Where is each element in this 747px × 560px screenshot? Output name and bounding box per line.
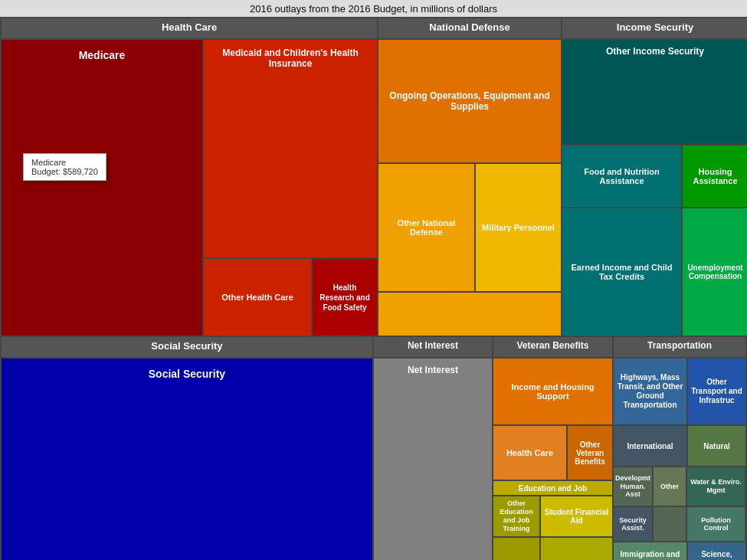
trans-row4: Immigration and Science, bbox=[614, 542, 745, 560]
health-research-label: Health Research and Food Safety bbox=[315, 283, 375, 313]
funds-cell[interactable]: Funds for bbox=[493, 538, 539, 560]
ni-body[interactable]: Net Interest bbox=[374, 359, 492, 560]
highways-cell[interactable]: Highways, Mass Transit, and Other Ground… bbox=[614, 359, 686, 424]
is-row2: Food and Nutrition Assistance Housing As… bbox=[562, 146, 747, 207]
ni-section: Net Interest Net Interest bbox=[374, 337, 492, 560]
water-env-cell[interactable]: Water & Enviro. Mgmt bbox=[687, 467, 745, 506]
national-defense-section: National Defense Ongoing Operations, Equ… bbox=[378, 18, 561, 336]
vb-row2: Health Care Other Veteran Benefits bbox=[493, 426, 612, 480]
is-body: Other Income Security Food and Nutrition… bbox=[562, 40, 747, 336]
chart-wrapper: 2016 outlays from the 2016 Budget, in mi… bbox=[0, 0, 747, 560]
other-trans-label: Other Transport and Infrastruc bbox=[690, 378, 743, 405]
edu-job-row: Education and Job bbox=[493, 481, 612, 495]
trans-row3b: Security Assist. Pollution Control bbox=[614, 507, 745, 541]
empty-cell bbox=[654, 507, 686, 541]
edu-sub-row: Other Education and Job Training Student… bbox=[493, 496, 612, 536]
security-assist-label: Security Assist. bbox=[615, 516, 650, 532]
highways-label: Highways, Mass Transit, and Other Ground… bbox=[616, 373, 684, 410]
other-vet-cell[interactable]: Other Veteran Benefits bbox=[568, 426, 612, 480]
trans-section: Transportation Highways, Mass Transit, a… bbox=[614, 337, 745, 560]
vb-healthcare-cell[interactable]: Health Care bbox=[493, 426, 566, 480]
medicare-tooltip: Medicare Budget: $589,720 bbox=[23, 153, 106, 181]
other-hc-cell[interactable]: Other Health Care bbox=[204, 259, 311, 336]
vb-section: Veteran Benefits Income and Housing Supp… bbox=[493, 337, 612, 560]
water-env-label: Water & Enviro. Mgmt bbox=[689, 478, 743, 495]
is-row3: Earned Income and Child Tax Credits Unem… bbox=[562, 208, 747, 336]
trans-body: Highways, Mass Transit, and Other Ground… bbox=[614, 359, 745, 560]
income-security-header: Income Security bbox=[562, 18, 747, 38]
vb-body: Income and Housing Support Health Care O… bbox=[493, 359, 612, 560]
ss-section: Social Security Social Security bbox=[2, 337, 372, 560]
earned-income-cell[interactable]: Earned Income and Child Tax Credits bbox=[562, 208, 681, 336]
other-nd-label: Other National Defense bbox=[382, 218, 471, 237]
ss-label: Social Security bbox=[149, 368, 225, 380]
other-small-cell[interactable]: Other bbox=[654, 467, 686, 506]
health-care-body: Medicare Medicare Budget: $589,720 Medic… bbox=[2, 40, 377, 336]
hc-bottom: Other Health Care Health Research and Fo… bbox=[204, 259, 377, 336]
medicaid-label: Medicaid and Children's Health Insurance bbox=[204, 47, 377, 69]
student-aid-cell[interactable]: Student Financial Aid bbox=[541, 496, 612, 536]
medicare-label: Medicare bbox=[79, 49, 126, 61]
other-hc-label: Other Health Care bbox=[221, 293, 293, 302]
nd-middle: Other National Defense Military Personne… bbox=[378, 164, 561, 291]
funds-row: Funds for Special Educa bbox=[493, 538, 612, 560]
intl-cell[interactable]: International bbox=[614, 426, 686, 466]
trans-header: Transportation bbox=[614, 337, 745, 357]
health-care-header: Health Care bbox=[2, 18, 377, 38]
health-research-cell[interactable]: Health Research and Food Safety bbox=[313, 259, 377, 336]
ni-header: Net Interest bbox=[374, 337, 492, 357]
science-label: Science, bbox=[701, 550, 732, 558]
unemployment-cell[interactable]: Unemployment Compensation bbox=[683, 208, 747, 336]
nd-spacer bbox=[378, 293, 561, 336]
ss-body[interactable]: Social Security bbox=[2, 359, 372, 560]
vb-healthcare-label: Health Care bbox=[506, 448, 553, 457]
income-security-section: Income Security Other Income Security Fo… bbox=[562, 18, 747, 336]
trans-row3: Developmt Human. Asst Other Water & Envi… bbox=[614, 467, 745, 506]
intl-label: International bbox=[627, 442, 673, 450]
ss-header: Social Security bbox=[2, 337, 372, 357]
hc-right: Medicaid and Children's Health Insurance… bbox=[204, 40, 377, 336]
income-housing-label: Income and Housing Support bbox=[496, 382, 609, 401]
military-cell[interactable]: Military Personnel bbox=[476, 164, 561, 291]
natural-cell[interactable]: Natural bbox=[688, 426, 745, 466]
top-row: Health Care Medicare Medicare Budget: $5… bbox=[2, 18, 745, 336]
tooltip-value: Budget: $589,720 bbox=[31, 167, 98, 176]
medicaid-cell[interactable]: Medicaid and Children's Health Insurance bbox=[204, 40, 377, 257]
earned-income-label: Earned Income and Child Tax Credits bbox=[565, 263, 678, 281]
other-income-cell[interactable]: Other Income Security bbox=[562, 40, 747, 144]
nd-body: Ongoing Operations, Equipment and Suppli… bbox=[378, 40, 561, 336]
chart-title: 2016 outlays from the 2016 Budget, in mi… bbox=[0, 0, 747, 17]
ongoing-ops-cell[interactable]: Ongoing Operations, Equipment and Suppli… bbox=[378, 40, 561, 162]
special-edu-cell[interactable]: Special Educa bbox=[541, 538, 612, 560]
edu-job-header-label: Education and Job bbox=[519, 484, 587, 493]
medicare-cell[interactable]: Medicare Medicare Budget: $589,720 bbox=[2, 40, 202, 336]
pollution-label: Pollution Control bbox=[689, 516, 743, 532]
military-label: Military Personnel bbox=[482, 223, 555, 232]
student-aid-label: Student Financial Aid bbox=[542, 508, 611, 525]
full-layout: Health Care Medicare Medicare Budget: $5… bbox=[0, 17, 747, 560]
income-housing-cell[interactable]: Income and Housing Support bbox=[493, 359, 612, 424]
vb-header: Veteran Benefits bbox=[493, 337, 612, 357]
other-edu-label: Other Education and Job Training bbox=[495, 499, 538, 532]
trans-row1: Highways, Mass Transit, and Other Ground… bbox=[614, 359, 745, 424]
food-nutrition-cell[interactable]: Food and Nutrition Assistance bbox=[562, 146, 681, 207]
tooltip-label: Medicare bbox=[31, 158, 98, 167]
natural-label: Natural bbox=[703, 442, 729, 450]
other-trans-cell[interactable]: Other Transport and Infrastruc bbox=[688, 359, 745, 424]
dev-human-label: Developmt Human. Asst bbox=[615, 474, 650, 499]
other-vet-label: Other Veteran Benefits bbox=[570, 440, 610, 466]
security-assist-cell[interactable]: Security Assist. bbox=[614, 507, 652, 541]
food-nutrition-label: Food and Nutrition Assistance bbox=[565, 167, 678, 185]
dev-human-cell[interactable]: Developmt Human. Asst bbox=[614, 467, 652, 506]
trans-row2: International Natural bbox=[614, 426, 745, 466]
ni-label: Net Interest bbox=[408, 365, 458, 375]
other-nd-cell[interactable]: Other National Defense bbox=[378, 164, 474, 291]
science-cell[interactable]: Science, bbox=[688, 542, 745, 560]
bottom-row: Social Security Social Security Net Inte… bbox=[2, 337, 745, 560]
housing-assist-label: Housing Assistance bbox=[686, 167, 745, 185]
ongoing-ops-label: Ongoing Operations, Equipment and Suppli… bbox=[382, 90, 558, 112]
other-edu-cell[interactable]: Other Education and Job Training bbox=[493, 496, 539, 536]
pollution-cell[interactable]: Pollution Control bbox=[687, 507, 745, 541]
immigration-cell[interactable]: Immigration and bbox=[614, 542, 686, 560]
housing-assist-cell[interactable]: Housing Assistance bbox=[683, 146, 747, 207]
